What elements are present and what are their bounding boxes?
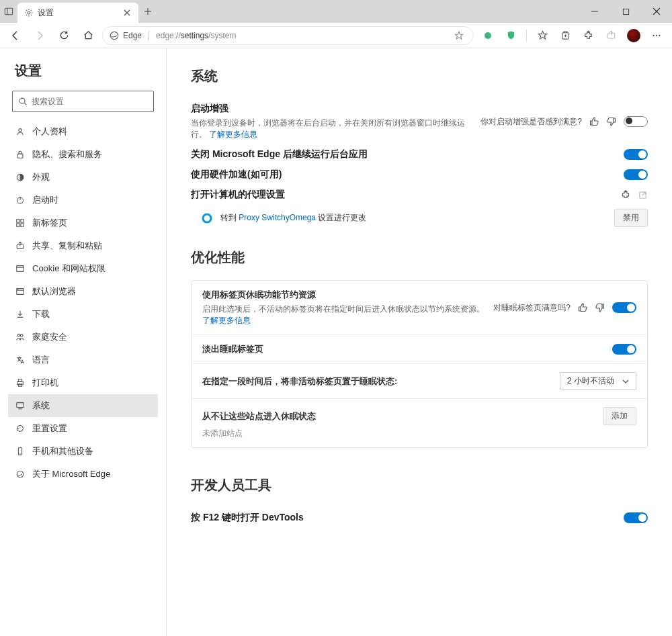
more-icon[interactable] xyxy=(646,26,667,46)
new-tab-button[interactable] xyxy=(138,0,157,23)
minimize-button[interactable] xyxy=(579,0,610,23)
sidebar-item-cookies[interactable]: Cookie 和网站权限 xyxy=(8,257,158,280)
site-identity: Edge xyxy=(123,31,142,40)
sidebar-item-reset[interactable]: 重置设置 xyxy=(8,417,158,440)
toggle-f12[interactable] xyxy=(624,512,648,523)
profile-avatar[interactable] xyxy=(624,26,644,46)
sidebar-item-default[interactable]: 默认浏览器 xyxy=(8,280,158,303)
svg-point-11 xyxy=(110,32,118,39)
sidebar-item-privacy[interactable]: 隐私、搜索和服务 xyxy=(8,143,158,166)
browser-icon xyxy=(15,286,26,297)
sidebar-item-devices[interactable]: 手机和其他设备 xyxy=(8,440,158,463)
open-external-icon[interactable] xyxy=(638,190,648,200)
svg-point-48 xyxy=(17,471,24,478)
maximize-button[interactable] xyxy=(610,0,641,23)
svg-marker-12 xyxy=(455,32,462,39)
sidebar-item-profile[interactable]: 个人资料 xyxy=(8,120,158,143)
row-continue-background: 关闭 Microsoft Edge 后继续运行后台应用 xyxy=(191,144,648,165)
svg-rect-8 xyxy=(623,9,628,14)
system-icon xyxy=(15,400,26,411)
svg-point-2 xyxy=(28,11,30,14)
svg-point-51 xyxy=(203,214,211,222)
sidebar-item-system[interactable]: 系统 xyxy=(8,394,158,417)
share-icon[interactable] xyxy=(601,26,621,46)
edge-icon xyxy=(15,469,26,480)
thumbs-down-icon[interactable] xyxy=(606,116,617,127)
phone-icon xyxy=(15,446,26,457)
profile-icon xyxy=(15,126,26,137)
close-icon[interactable] xyxy=(122,8,132,17)
svg-point-39 xyxy=(17,334,20,337)
reset-icon xyxy=(15,423,26,434)
disable-button[interactable]: 禁用 xyxy=(614,209,648,227)
row-proxy-extension: 转到 Proxy SwitchyOmega 设置进行更改 禁用 xyxy=(191,205,648,231)
svg-point-40 xyxy=(20,334,23,337)
sidebar-item-downloads[interactable]: 下载 xyxy=(8,303,158,326)
chevron-down-icon xyxy=(622,378,629,385)
learn-more-link-2[interactable]: 了解更多信息 xyxy=(202,316,251,325)
toggle-startup-boost[interactable] xyxy=(624,116,648,127)
browser-tab[interactable]: 设置 xyxy=(17,3,138,23)
favorites-icon[interactable] xyxy=(532,26,552,46)
power-icon xyxy=(15,195,26,206)
toggle-sleep-tabs[interactable] xyxy=(612,302,636,313)
svg-marker-13 xyxy=(538,31,546,39)
home-button[interactable] xyxy=(78,26,98,46)
add-site-button[interactable]: 添加 xyxy=(603,407,636,425)
window-controls xyxy=(579,0,672,23)
learn-more-link[interactable]: 了解更多信息 xyxy=(209,130,257,139)
shield-icon[interactable] xyxy=(501,26,521,46)
favorite-icon[interactable] xyxy=(452,26,466,46)
search-input[interactable] xyxy=(32,97,148,106)
refresh-button[interactable] xyxy=(54,26,74,46)
svg-rect-0 xyxy=(5,8,12,15)
row-hardware-accel: 使用硬件加速(如可用) xyxy=(191,165,648,185)
language-icon xyxy=(15,355,26,365)
proxy-link[interactable]: Proxy SwitchyOmega xyxy=(239,213,316,222)
settings-search[interactable] xyxy=(12,91,154,112)
proxy-extension-icon xyxy=(202,213,212,224)
back-button[interactable] xyxy=(5,26,26,46)
sidebar-item-share[interactable]: 共享、复制和粘贴 xyxy=(8,234,158,257)
row-startup-boost: 启动增强 当你登录到设备时，浏览器将在后台启动，并在关闭所有浏览器窗口时继续运行… xyxy=(191,99,648,144)
toggle-fade-sleep[interactable] xyxy=(612,344,636,355)
gear-icon xyxy=(24,8,34,17)
sidebar-item-appearance[interactable]: 外观 xyxy=(8,166,158,189)
sidebar-item-startup[interactable]: 启动时 xyxy=(8,189,158,212)
extension-dot-icon[interactable] xyxy=(478,26,498,46)
svg-point-20 xyxy=(656,34,657,36)
row-proxy: 打开计算机的代理设置 xyxy=(191,185,648,205)
toggle-continue-background[interactable] xyxy=(624,149,648,160)
close-window-button[interactable] xyxy=(641,0,672,23)
printer-icon xyxy=(15,377,26,388)
sidebar-item-family[interactable]: 家庭安全 xyxy=(8,326,158,349)
thumbs-up-icon[interactable] xyxy=(589,116,599,127)
svg-rect-44 xyxy=(17,403,24,408)
address-bar[interactable]: Edge edge://settings/system xyxy=(102,26,474,45)
forward-button[interactable] xyxy=(30,26,50,46)
row-f12: 按 F12 键时打开 DevTools xyxy=(191,508,648,528)
cookies-icon xyxy=(15,263,26,274)
perf-card: 使用标签页休眠功能节约资源 启用此选项后，不活动的标签页将在指定时间后进入休眠状… xyxy=(191,280,648,448)
toggle-hardware-accel[interactable] xyxy=(624,169,648,180)
thumbs-down-icon[interactable] xyxy=(595,302,605,313)
sidebar-item-about[interactable]: 关于 Microsoft Edge xyxy=(8,463,158,486)
section-title-system: 系统 xyxy=(191,67,648,85)
sidebar-item-newtab[interactable]: 新标签页 xyxy=(8,212,158,234)
tab-actions-icon[interactable] xyxy=(0,0,17,23)
search-icon xyxy=(18,97,28,106)
family-icon xyxy=(15,332,26,343)
extension-puzzle-icon[interactable] xyxy=(620,189,631,200)
sidebar-item-printers[interactable]: 打印机 xyxy=(8,371,158,394)
edge-logo-icon xyxy=(110,31,119,40)
svg-point-24 xyxy=(19,129,22,132)
sidebar-item-language[interactable]: 语言 xyxy=(8,349,158,371)
row-fade-sleep: 淡出睡眠标签页 xyxy=(192,334,647,363)
thumbs-up-icon[interactable] xyxy=(577,302,588,313)
svg-point-19 xyxy=(653,34,654,36)
sidebar-title: 设置 xyxy=(15,62,158,80)
collections-icon[interactable] xyxy=(555,26,575,46)
svg-rect-29 xyxy=(17,220,19,222)
extensions-icon[interactable] xyxy=(578,26,598,46)
inactivity-dropdown[interactable]: 2 小时不活动 xyxy=(560,372,636,390)
